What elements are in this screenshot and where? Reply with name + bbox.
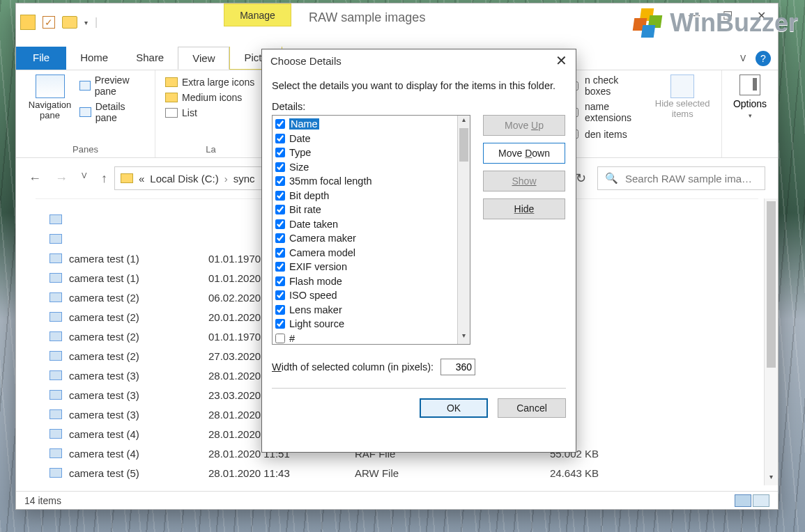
group-label-panes: Panes: [16, 144, 155, 155]
file-row[interactable]: camera test (5)28.01.2020 11:43ARW File2…: [49, 463, 758, 483]
help-button[interactable]: ?: [756, 51, 771, 66]
details-item[interactable]: Camera model: [275, 246, 454, 260]
breadcrumb-overflow[interactable]: «: [139, 173, 144, 185]
contextual-tab-manage[interactable]: Manage: [224, 3, 291, 26]
details-item[interactable]: Camera maker: [275, 231, 454, 246]
file-icon: [49, 253, 62, 263]
file-name: camera test (4): [69, 448, 201, 460]
details-item[interactable]: ISO speed: [275, 288, 454, 303]
details-item[interactable]: EXIF version: [275, 260, 454, 274]
show-button[interactable]: Show: [483, 171, 565, 191]
details-checkbox[interactable]: [275, 176, 285, 186]
dialog-titlebar[interactable]: Choose Details ✕: [262, 49, 576, 72]
details-item-label: Light source: [289, 318, 344, 329]
item-checkboxes-toggle[interactable]: n check boxes: [567, 75, 643, 97]
layout-medium[interactable]: Medium icons: [165, 90, 256, 105]
details-item-label: 35mm focal length: [289, 175, 371, 187]
quick-access-toolbar: ✓ ▾ |: [16, 15, 98, 30]
details-pane-button[interactable]: Details pane: [79, 101, 145, 123]
details-checkbox[interactable]: [275, 248, 285, 258]
details-item[interactable]: Bit depth: [275, 189, 454, 203]
details-item[interactable]: Date taken: [275, 217, 454, 232]
move-down-button[interactable]: Move Down: [483, 143, 565, 164]
details-checkbox[interactable]: [275, 191, 285, 201]
details-checkbox[interactable]: [275, 134, 285, 143]
status-item-count: 14 items: [24, 495, 61, 506]
search-box[interactable]: 🔍 Search RAW sample ima…: [597, 166, 765, 190]
tab-file[interactable]: File: [16, 47, 66, 70]
new-folder-qat-icon[interactable]: [62, 16, 77, 29]
preview-pane-button[interactable]: Preview pane: [79, 75, 145, 97]
tab-view[interactable]: View: [178, 47, 229, 70]
file-name: camera test (2): [69, 331, 201, 343]
ok-button[interactable]: OK: [420, 398, 488, 418]
details-checkbox[interactable]: [275, 276, 285, 286]
hide-button[interactable]: Hide: [483, 198, 565, 219]
scrollbar-thumb[interactable]: [767, 201, 776, 368]
details-item-label: Size: [289, 162, 309, 173]
details-item-label: Bit rate: [289, 204, 321, 215]
details-item[interactable]: Date: [275, 132, 454, 146]
details-item[interactable]: Bit rate: [275, 203, 454, 217]
breadcrumb-segment[interactable]: sync: [233, 173, 255, 185]
file-name: camera test (3): [69, 370, 201, 382]
dialog-close-button[interactable]: ✕: [555, 52, 567, 69]
details-checkbox[interactable]: [275, 162, 285, 172]
file-name: camera test (1): [69, 272, 201, 284]
properties-qat-icon[interactable]: ✓: [43, 16, 55, 29]
scroll-down-icon[interactable]: ▾: [458, 331, 470, 344]
column-width-input[interactable]: [440, 359, 475, 375]
details-item[interactable]: Size: [275, 160, 454, 175]
collapse-ribbon-icon[interactable]: ᐯ: [740, 54, 746, 63]
forward-button[interactable]: →: [55, 171, 68, 186]
move-up-button[interactable]: Move Up: [483, 115, 565, 136]
details-checkbox[interactable]: [275, 233, 285, 243]
details-item[interactable]: Type: [275, 146, 454, 160]
scrollbar-thumb[interactable]: [459, 128, 468, 162]
view-thumbnails-button[interactable]: [753, 494, 769, 507]
layout-list[interactable]: List: [165, 105, 256, 120]
hide-selected-button[interactable]: Hide selected items: [653, 75, 712, 141]
listbox-scrollbar[interactable]: ▴ ▾: [457, 116, 470, 344]
details-item[interactable]: Name: [275, 117, 454, 132]
watermark-text: WinBuzzer: [670, 8, 798, 38]
scroll-up-icon[interactable]: ▴: [458, 116, 470, 128]
options-button[interactable]: Options: [733, 98, 767, 109]
chevron-right-icon[interactable]: ›: [224, 173, 228, 185]
navigation-pane-button[interactable]: Navigation pane: [26, 75, 74, 123]
details-item-label: Flash mode: [289, 276, 342, 287]
history-dropdown[interactable]: ᐯ: [82, 171, 87, 186]
vertical-scrollbar[interactable]: ▴ ▾: [764, 198, 778, 485]
details-item[interactable]: Lens maker: [275, 303, 454, 318]
details-checkbox[interactable]: [275, 205, 285, 214]
options-dropdown-icon[interactable]: ▾: [749, 112, 752, 119]
details-checkbox[interactable]: [275, 305, 285, 315]
details-checkbox[interactable]: [275, 119, 285, 129]
breadcrumb-segment[interactable]: Local Disk (C:): [150, 173, 218, 185]
details-item[interactable]: 35mm focal length: [275, 174, 454, 189]
details-item[interactable]: #: [275, 331, 454, 345]
details-item-label: Lens maker: [289, 304, 342, 315]
view-details-button[interactable]: [735, 494, 751, 507]
group-label-layout: La: [155, 144, 266, 155]
details-checkbox[interactable]: [275, 262, 285, 272]
tab-home[interactable]: Home: [66, 47, 122, 70]
details-item[interactable]: Flash mode: [275, 274, 454, 289]
details-checkbox[interactable]: [275, 219, 285, 229]
qat-dropdown-icon[interactable]: ▾: [84, 19, 88, 26]
tab-share[interactable]: Share: [122, 47, 178, 70]
layout-extra-large[interactable]: Extra large icons: [165, 75, 256, 90]
details-checkbox[interactable]: [275, 290, 285, 300]
details-checkbox[interactable]: [275, 334, 285, 343]
back-button[interactable]: ←: [29, 171, 41, 186]
details-item[interactable]: Light source: [275, 317, 454, 331]
details-listbox[interactable]: NameDateTypeSize35mm focal lengthBit dep…: [272, 115, 470, 345]
file-name: camera test (3): [69, 389, 201, 401]
file-extensions-toggle[interactable]: name extensions: [567, 101, 643, 123]
details-checkbox[interactable]: [275, 148, 285, 157]
details-checkbox[interactable]: [275, 319, 285, 329]
scroll-down-icon[interactable]: ▾: [765, 473, 778, 485]
up-button[interactable]: ↑: [101, 171, 107, 186]
hidden-items-toggle[interactable]: den items: [567, 127, 643, 141]
cancel-button[interactable]: Cancel: [498, 398, 566, 418]
